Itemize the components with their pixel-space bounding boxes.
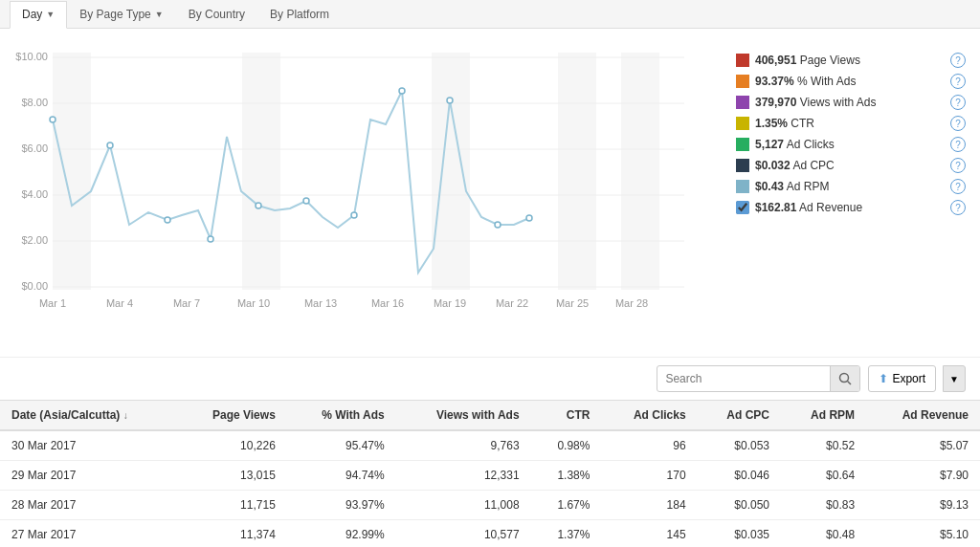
chart-legend: 406,951 Page Views ? 93.37% % With Ads ?…: [736, 43, 966, 342]
table-cell: 95.47%: [287, 430, 396, 461]
table-cell: $7.90: [866, 461, 980, 491]
svg-text:Mar 4: Mar 4: [106, 297, 133, 309]
svg-rect-13: [242, 53, 280, 290]
table-cell: 10,577: [396, 520, 531, 548]
svg-point-24: [399, 88, 405, 94]
col-header-date[interactable]: Date (Asia/Calcutta) ↓: [0, 401, 177, 431]
col-header-pct-with-ads[interactable]: % With Ads: [287, 401, 396, 431]
legend-color-views-with-ads: [736, 96, 749, 109]
table-cell: $0.050: [698, 491, 781, 520]
col-header-ad-clicks[interactable]: Ad Clicks: [601, 401, 697, 431]
col-header-ad-cpc[interactable]: Ad CPC: [698, 401, 781, 431]
table-cell: 29 Mar 2017: [0, 461, 177, 491]
nav-by-platform[interactable]: By Platform: [257, 0, 342, 28]
svg-line-39: [848, 382, 852, 385]
table-cell: 94.74%: [287, 461, 396, 491]
table-cell: 0.98%: [531, 430, 602, 461]
legend-color-ad-cpc: [736, 159, 749, 172]
chart-svg-wrapper: $10.00 $8.00 $6.00 $4.00 $2.00 $0.00: [14, 43, 722, 342]
svg-point-22: [303, 198, 309, 204]
legend-color-ad-clicks: [736, 138, 749, 151]
nav-day-caret: ▼: [46, 10, 55, 19]
table-cell: 92.99%: [287, 520, 396, 548]
table-cell: 96: [601, 430, 697, 461]
table-cell: 1.38%: [531, 461, 602, 491]
table-cell: $0.035: [698, 520, 781, 548]
table-cell: 93.97%: [287, 491, 396, 520]
legend-label-ad-rpm: $0.43 Ad RPM: [755, 180, 945, 193]
table-row: 30 Mar 201710,22695.47%9,7630.98%96$0.05…: [0, 430, 980, 461]
table-cell: 9,763: [396, 430, 531, 461]
search-button[interactable]: [830, 366, 859, 391]
nav-day[interactable]: Day ▼: [10, 1, 67, 29]
legend-label-pct-with-ads: 93.37% % With Ads: [755, 75, 945, 88]
svg-point-17: [50, 117, 56, 122]
table-cell: $0.83: [781, 491, 866, 520]
table-cell: 12,331: [396, 461, 531, 491]
search-input[interactable]: [657, 372, 830, 385]
legend-help-ad-clicks[interactable]: ?: [950, 137, 966, 152]
nav-by-country-label: By Country: [189, 8, 245, 21]
svg-text:$2.00: $2.00: [21, 234, 48, 246]
export-dropdown-button[interactable]: ▼: [943, 365, 966, 392]
col-header-ad-rpm-label: Ad RPM: [811, 408, 855, 422]
col-header-ad-clicks-label: Ad Clicks: [634, 408, 686, 422]
col-header-page-views-label: Page Views: [212, 408, 276, 422]
chart-area: $10.00 $8.00 $6.00 $4.00 $2.00 $0.00: [14, 43, 722, 342]
svg-point-26: [495, 222, 501, 228]
svg-text:$0.00: $0.00: [21, 280, 48, 292]
legend-label-page-views: 406,951 Page Views: [755, 54, 945, 67]
svg-point-27: [526, 215, 532, 221]
col-header-pct-with-ads-label: % With Ads: [322, 408, 384, 422]
legend-help-ad-cpc[interactable]: ?: [950, 158, 966, 173]
legend-item-ad-cpc: $0.032 Ad CPC ?: [736, 158, 966, 173]
svg-rect-14: [432, 53, 470, 290]
col-header-ad-revenue-label: Ad Revenue: [902, 408, 969, 422]
legend-color-pct-with-ads: [736, 75, 749, 88]
table-cell: $5.07: [866, 430, 980, 461]
legend-item-page-views: 406,951 Page Views ?: [736, 53, 966, 68]
table-cell: 1.67%: [531, 491, 602, 520]
legend-checkbox-ad-revenue[interactable]: [736, 201, 749, 214]
col-header-ad-rpm[interactable]: Ad RPM: [781, 401, 866, 431]
legend-label-ad-revenue: $162.81 Ad Revenue: [755, 201, 945, 214]
legend-item-ctr: 1.35% CTR ?: [736, 116, 966, 131]
nav-by-country[interactable]: By Country: [176, 0, 257, 28]
col-header-views-with-ads[interactable]: Views with Ads: [396, 401, 531, 431]
legend-label-ctr: 1.35% CTR: [755, 117, 945, 130]
svg-text:Mar 25: Mar 25: [556, 297, 589, 309]
legend-item-views-with-ads: 379,970 Views with Ads ?: [736, 95, 966, 110]
top-nav: Day ▼ By Page Type ▼ By Country By Platf…: [0, 0, 980, 29]
legend-help-views-with-ads[interactable]: ?: [950, 95, 966, 110]
legend-help-page-views[interactable]: ?: [950, 53, 966, 68]
svg-text:$8.00: $8.00: [21, 97, 48, 108]
export-button[interactable]: ⬆ Export: [868, 365, 936, 392]
table-cell: 30 Mar 2017: [0, 430, 177, 461]
svg-text:Mar 22: Mar 22: [496, 297, 528, 309]
legend-label-views-with-ads: 379,970 Views with Ads: [755, 96, 945, 109]
legend-help-ad-revenue[interactable]: ?: [950, 200, 966, 215]
col-header-page-views[interactable]: Page Views: [177, 401, 286, 431]
table-cell: 11,374: [177, 520, 286, 548]
table-cell: 27 Mar 2017: [0, 520, 177, 548]
table-cell: 10,226: [177, 430, 286, 461]
table-cell: $5.10: [866, 520, 980, 548]
table-cell: 13,015: [177, 461, 286, 491]
legend-help-ctr[interactable]: ?: [950, 116, 966, 131]
sort-icon-date: ↓: [123, 410, 128, 421]
col-header-date-label: Date (Asia/Calcutta): [11, 408, 120, 422]
legend-help-pct-with-ads[interactable]: ?: [950, 74, 966, 89]
col-header-ctr[interactable]: CTR: [531, 401, 602, 431]
nav-by-page-type[interactable]: By Page Type ▼: [67, 0, 175, 28]
col-header-ad-revenue[interactable]: Ad Revenue: [866, 401, 980, 431]
svg-text:Mar 10: Mar 10: [237, 297, 270, 309]
legend-help-ad-rpm[interactable]: ?: [950, 179, 966, 194]
table-row: 28 Mar 201711,71593.97%11,0081.67%184$0.…: [0, 491, 980, 520]
legend-label-ad-clicks: 5,127 Ad Clicks: [755, 138, 945, 151]
svg-rect-12: [53, 53, 91, 290]
legend-item-ad-clicks: 5,127 Ad Clicks ?: [736, 137, 966, 152]
svg-text:Mar 16: Mar 16: [371, 297, 404, 309]
nav-by-platform-label: By Platform: [270, 8, 329, 21]
svg-rect-15: [558, 53, 596, 290]
svg-point-25: [447, 98, 453, 103]
